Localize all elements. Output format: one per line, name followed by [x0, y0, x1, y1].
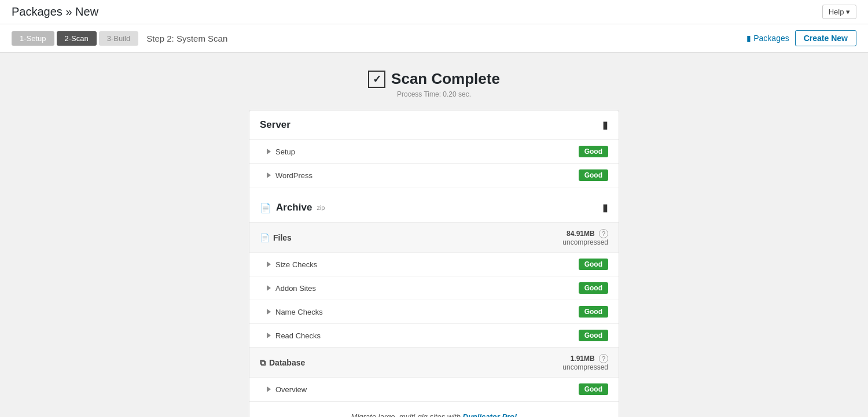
server-section-title: Server: [260, 119, 290, 131]
page-title: Packages » New: [12, 5, 98, 19]
files-meta: 84.91MB ? uncompressed: [562, 229, 608, 246]
size-checks-badge: Good: [579, 259, 608, 270]
triangle-icon: [267, 285, 271, 291]
files-size: 84.91MB: [567, 230, 595, 238]
scan-header: ✓ Scan Complete Process Time: 0.20 sec.: [12, 70, 856, 98]
files-label-text: Files: [273, 233, 292, 242]
overview-badge: Good: [579, 383, 608, 395]
server-section-header: Server ▮: [249, 110, 619, 140]
triangle-icon: [267, 386, 271, 392]
files-subsection-header: 📄 Files 84.91MB ? uncompressed: [249, 223, 619, 253]
archive-section-header: 📄 Archive zip ▮: [249, 193, 619, 223]
step-description: Step 2: System Scan: [146, 34, 227, 43]
addon-sites-text[interactable]: Addon Sites: [275, 284, 316, 293]
database-meta: 1.91MB ? uncompressed: [562, 354, 608, 371]
triangle-icon: [267, 261, 271, 267]
top-bar: Packages » New Help ▾: [0, 0, 868, 24]
archive-file-icon: 📄: [260, 202, 271, 213]
files-size-note: uncompressed: [562, 238, 608, 246]
setup-status-badge: Good: [579, 146, 608, 157]
migrate-text: Migrate large, multi-gig sites with Dupl…: [249, 401, 619, 417]
files-help-icon[interactable]: ?: [599, 229, 608, 238]
triangle-icon: [267, 149, 271, 154]
size-checks-row: Size Checks Good: [249, 253, 619, 276]
scan-title-text: Scan Complete: [391, 70, 500, 88]
step2-button: 2-Scan: [57, 31, 97, 46]
triangle-icon: [267, 309, 271, 315]
addon-sites-label: Addon Sites: [267, 284, 316, 293]
name-checks-badge: Good: [579, 306, 608, 318]
files-icon: 📄: [260, 233, 270, 242]
process-time: Process Time: 0.20 sec.: [12, 90, 856, 98]
read-checks-row: Read Checks Good: [249, 324, 619, 348]
create-new-button[interactable]: Create New: [795, 30, 856, 46]
archive-zip-label: zip: [317, 204, 325, 211]
server-setup-row: Setup Good: [249, 140, 619, 164]
archive-title-text: Archive: [276, 202, 312, 213]
database-icon: ⧉: [260, 358, 266, 368]
triangle-icon: [267, 333, 271, 338]
read-checks-label: Read Checks: [267, 331, 321, 340]
overview-text[interactable]: Overview: [275, 385, 307, 394]
triangle-icon: [267, 172, 271, 178]
wordpress-status-badge: Good: [579, 169, 608, 181]
toolbar-right: ▮ Packages Create New: [746, 30, 856, 46]
packages-icon: ▮: [746, 34, 751, 43]
database-label-text: Database: [269, 358, 305, 367]
database-size-note: uncompressed: [562, 363, 608, 371]
database-help-icon[interactable]: ?: [599, 354, 608, 363]
step3-button: 3-Build: [99, 31, 138, 46]
server-title-text: Server: [260, 119, 290, 131]
step1-button: 1-Setup: [12, 31, 54, 46]
archive-section-title: 📄 Archive zip: [260, 202, 325, 213]
addon-sites-badge: Good: [579, 282, 608, 294]
setup-label-text[interactable]: Setup: [275, 147, 295, 156]
wordpress-label-text[interactable]: WordPress: [275, 171, 312, 180]
archive-disk-icon: ▮: [602, 201, 608, 214]
read-checks-text[interactable]: Read Checks: [275, 331, 321, 340]
main-content: ✓ Scan Complete Process Time: 0.20 sec. …: [0, 53, 868, 417]
duplicator-pro-link[interactable]: Duplicator Pro!: [463, 412, 517, 417]
scan-title: ✓ Scan Complete: [12, 70, 856, 88]
read-checks-badge: Good: [579, 330, 608, 341]
server-wordpress-row: WordPress Good: [249, 164, 619, 187]
overview-row: Overview Good: [249, 378, 619, 401]
help-button[interactable]: Help ▾: [822, 5, 856, 19]
database-size: 1.91MB: [571, 355, 595, 363]
name-checks-text[interactable]: Name Checks: [275, 308, 323, 316]
database-subsection-header: ⧉ Database 1.91MB ? uncompressed: [249, 348, 619, 378]
size-checks-label: Size Checks: [267, 260, 317, 269]
packages-link-label: Packages: [753, 34, 789, 43]
size-checks-text[interactable]: Size Checks: [275, 260, 317, 269]
server-setup-label: Setup: [267, 147, 295, 156]
server-wordpress-label: WordPress: [267, 171, 312, 180]
server-icon: ▮: [602, 119, 608, 131]
files-subsection-title: 📄 Files: [260, 233, 292, 242]
packages-link[interactable]: ▮ Packages: [746, 34, 789, 43]
checkmark-icon: ✓: [368, 71, 385, 88]
toolbar: 1-Setup 2-Scan 3-Build Step 2: System Sc…: [0, 24, 868, 53]
overview-label: Overview: [267, 385, 307, 394]
name-checks-row: Name Checks Good: [249, 300, 619, 324]
name-checks-label: Name Checks: [267, 308, 323, 316]
migrate-static-text: Migrate large, multi-gig sites with: [351, 412, 463, 417]
scan-panel: Server ▮ Setup Good WordPress Good 📄 Arc…: [249, 110, 619, 417]
database-subsection-title: ⧉ Database: [260, 358, 305, 368]
addon-sites-row: Addon Sites Good: [249, 276, 619, 300]
